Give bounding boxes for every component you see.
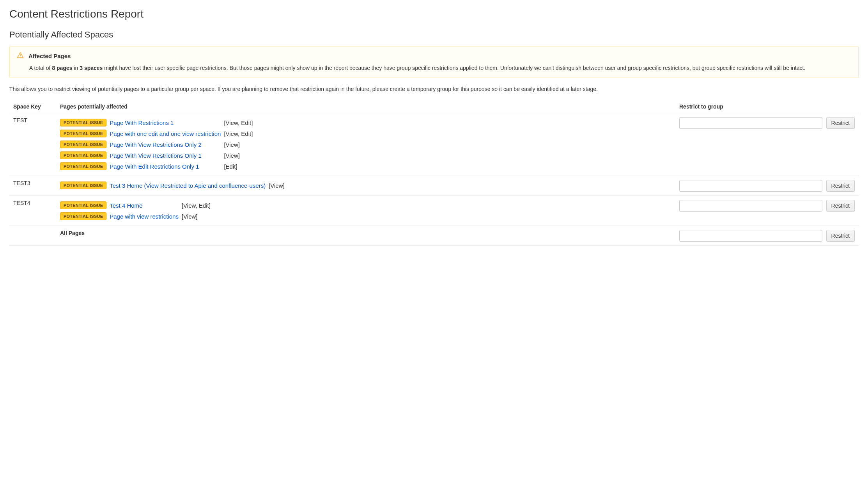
warning-panel: Affected Pages A total of 8 pages in 3 s… <box>9 46 859 78</box>
warning-text-pre: A total of <box>29 65 52 71</box>
restrict-button[interactable]: Restrict <box>826 200 855 212</box>
page-permissions: [View, Edit] <box>224 130 253 137</box>
page-link[interactable]: Test 4 Home <box>110 202 142 209</box>
warning-body: A total of 8 pages in 3 spaces might hav… <box>29 64 851 72</box>
restrict-button[interactable]: Restrict <box>826 180 855 192</box>
potential-issue-badge: POTENTIAL ISSUE <box>60 119 106 126</box>
warning-icon <box>17 52 24 60</box>
section-heading: Potentially Affected Spaces <box>9 30 859 40</box>
table-row: TEST POTENTIAL ISSUE Page With Restricti… <box>9 113 859 176</box>
potential-issue-badge: POTENTIAL ISSUE <box>60 141 106 148</box>
warning-text-mid: in <box>73 65 80 71</box>
page-row: POTENTIAL ISSUE Page with one edit and o… <box>60 128 256 139</box>
page-permissions: [View] <box>269 182 285 189</box>
page-permissions: [View] <box>224 141 240 148</box>
restrict-group-input[interactable] <box>679 180 822 192</box>
page-row: POTENTIAL ISSUE Page with view restricti… <box>60 211 214 222</box>
svg-rect-0 <box>20 54 21 56</box>
column-header-restrict: Restrict to group <box>675 100 859 113</box>
table-row-all-pages: All Pages Restrict <box>9 226 859 246</box>
table-row: TEST3 POTENTIAL ISSUE Test 3 Home (View … <box>9 176 859 196</box>
page-permissions: [Edit] <box>224 163 237 170</box>
page-title: Content Restrictions Report <box>9 8 859 20</box>
restrict-button[interactable]: Restrict <box>826 230 855 242</box>
page-row: POTENTIAL ISSUE Page With Restrictions 1… <box>60 117 256 128</box>
page-link[interactable]: Test 3 Home (View Restricted to Apie and… <box>110 182 266 189</box>
restrict-group-input[interactable] <box>679 117 822 129</box>
potential-issue-badge: POTENTIAL ISSUE <box>60 182 106 189</box>
page-row: POTENTIAL ISSUE Test 4 Home [View, Edit] <box>60 200 214 211</box>
space-key: TEST <box>9 113 56 176</box>
space-key: TEST3 <box>9 176 56 196</box>
potential-issue-badge: POTENTIAL ISSUE <box>60 151 106 159</box>
spaces-table: Space Key Pages potentially affected Res… <box>9 100 859 246</box>
restrict-group-input[interactable] <box>679 200 822 212</box>
page-link[interactable]: Page With View Restrictions Only 2 <box>110 141 202 148</box>
page-permissions: [View, Edit] <box>224 119 253 126</box>
warning-spaces-count: 3 spaces <box>80 65 103 71</box>
warning-pages-count: 8 pages <box>52 65 72 71</box>
page-row: POTENTIAL ISSUE Page With View Restricti… <box>60 150 256 161</box>
table-row: TEST4 POTENTIAL ISSUE Test 4 Home [View,… <box>9 196 859 226</box>
page-link[interactable]: Page With Edit Restrictions Only 1 <box>110 163 199 170</box>
potential-issue-badge: POTENTIAL ISSUE <box>60 201 106 209</box>
column-header-space-key: Space Key <box>9 100 56 113</box>
potential-issue-badge: POTENTIAL ISSUE <box>60 162 106 170</box>
page-row: POTENTIAL ISSUE Page With View Restricti… <box>60 139 256 150</box>
warning-heading: Affected Pages <box>28 53 71 59</box>
svg-rect-1 <box>20 57 21 57</box>
page-row: POTENTIAL ISSUE Page With Edit Restricti… <box>60 161 256 172</box>
page-row: POTENTIAL ISSUE Test 3 Home (View Restri… <box>60 180 288 191</box>
page-permissions: [View] <box>182 213 198 220</box>
potential-issue-badge: POTENTIAL ISSUE <box>60 130 106 137</box>
page-link[interactable]: Page With View Restrictions Only 1 <box>110 152 202 159</box>
page-permissions: [View] <box>224 152 240 159</box>
restrict-group-input[interactable] <box>679 230 822 242</box>
intro-text: This allows you to restrict viewing of p… <box>9 85 859 93</box>
column-header-pages: Pages potentially affected <box>56 100 675 113</box>
all-pages-label: All Pages <box>60 230 85 236</box>
page-link[interactable]: Page with one edit and one view restrict… <box>110 130 221 137</box>
space-key: TEST4 <box>9 196 56 226</box>
restrict-button[interactable]: Restrict <box>826 117 855 129</box>
potential-issue-badge: POTENTIAL ISSUE <box>60 212 106 220</box>
page-link[interactable]: Page With Restrictions 1 <box>110 119 174 126</box>
page-link[interactable]: Page with view restrictions <box>110 213 179 220</box>
warning-text-post: might have lost their user specific page… <box>103 65 805 71</box>
page-permissions: [View, Edit] <box>182 202 211 209</box>
